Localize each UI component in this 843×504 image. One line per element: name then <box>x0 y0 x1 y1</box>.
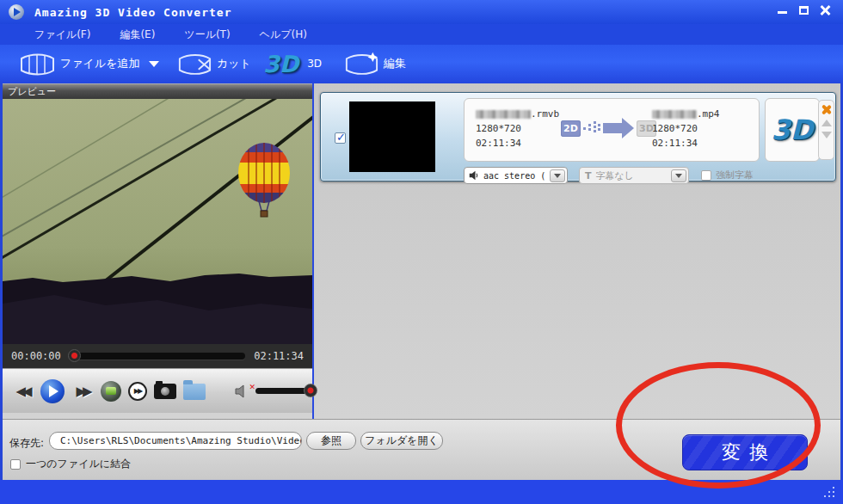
conversion-info-panel: .rmvb 1280*720 02:11:34 2D 3D .mp4 1280*… <box>464 98 760 162</box>
three-d-label: 3D <box>307 58 322 70</box>
file-item-checkbox[interactable] <box>335 132 346 144</box>
browse-label: 参照 <box>321 433 342 448</box>
maximize-icon[interactable] <box>798 5 809 15</box>
video-thumbnail <box>349 101 435 172</box>
play-button[interactable] <box>40 379 65 403</box>
audio-track-value: aac stereo ( <box>483 171 545 181</box>
window-border-left <box>0 83 3 480</box>
hot-air-balloon-image <box>237 142 293 224</box>
menu-file[interactable]: ファイル(F) <box>34 28 90 42</box>
audio-dropdown-arrow[interactable] <box>550 169 565 182</box>
seek-knob[interactable] <box>68 349 81 362</box>
add-files-label: ファイルを追加 <box>60 56 140 71</box>
convert-label: 変換 <box>713 439 777 465</box>
panel-divider <box>312 83 314 419</box>
status-strip <box>0 480 843 504</box>
resize-grip[interactable] <box>824 487 836 499</box>
step-forward-button[interactable]: ▶▶ <box>128 382 147 401</box>
source-resolution: 1280*720 <box>476 121 559 136</box>
2d-to-3d-indicator: 2D 3D <box>561 118 656 138</box>
target-duration: 02:11:34 <box>652 136 720 151</box>
cut-button[interactable]: カット <box>177 48 251 79</box>
open-folder-button[interactable]: フォルダを開く <box>360 432 443 450</box>
fast-forward-button[interactable]: ▶▶ <box>71 384 94 399</box>
edit-label: 編集 <box>384 56 406 71</box>
stop-button[interactable] <box>101 381 121 402</box>
target-ext: .mp4 <box>697 108 720 120</box>
menu-tools[interactable]: ツール(T) <box>184 28 230 42</box>
volume-slider[interactable] <box>255 388 312 394</box>
menu-edit[interactable]: 編集(E) <box>120 28 155 42</box>
menu-bar: ファイル(F) 編集(E) ツール(T) ヘルプ(H) <box>0 24 843 45</box>
time-current: 00:00:00 <box>3 350 70 362</box>
merge-label: 一つのファイルに結合 <box>26 457 131 471</box>
volume-knob[interactable] <box>304 384 317 397</box>
preview-header: プレビュー <box>3 83 312 99</box>
convert-arrow-icon <box>603 118 634 138</box>
file-item-row[interactable]: .rmvb 1280*720 02:11:34 2D 3D .mp4 1280*… <box>320 92 836 181</box>
item-3d-logo-icon: 3D <box>772 114 814 146</box>
merge-checkbox[interactable] <box>10 459 21 470</box>
playback-controls: ◀◀ ▶▶ ▶▶ <box>3 368 312 413</box>
subtitle-select[interactable]: T 字幕なし <box>579 167 689 184</box>
rewind-button[interactable]: ◀◀ <box>11 384 34 399</box>
target-filename-redacted <box>652 110 697 119</box>
source-file-info: .rmvb 1280*720 02:11:34 <box>476 107 559 151</box>
chevron-down-icon <box>554 174 561 178</box>
preview-timeline: 00:00:00 02:11:34 <box>3 344 312 368</box>
subtitle-dropdown-arrow[interactable] <box>671 169 686 182</box>
save-path-field[interactable]: C:\Users\RLS\Documents\Amazing Studio\Vi… <box>49 432 302 450</box>
preview-video-frame <box>3 99 312 344</box>
forced-subtitle-checkbox[interactable] <box>701 170 711 181</box>
snapshot-camera-button[interactable] <box>154 384 176 399</box>
app-window: Amazing 3D Video Converter ファイル(F) 編集(E)… <box>0 0 843 504</box>
browse-button[interactable]: 参照 <box>306 432 356 450</box>
merge-option: 一つのファイルに結合 <box>10 457 131 471</box>
snapshot-folder-button[interactable] <box>183 384 206 400</box>
window-title: Amazing 3D Video Converter <box>34 6 232 19</box>
move-down-icon[interactable] <box>821 132 832 138</box>
source-duration: 02:11:34 <box>476 136 559 151</box>
source-ext: .rmvb <box>531 108 559 120</box>
dots-trail-icon <box>583 121 600 135</box>
three-d-button[interactable]: 3D 3D <box>263 48 322 79</box>
mute-speaker-icon[interactable] <box>235 384 249 398</box>
item-3d-settings-button[interactable]: 3D <box>765 98 820 162</box>
time-total: 02:11:34 <box>245 350 312 362</box>
target-file-info: .mp4 1280*720 02:11:34 <box>652 107 720 151</box>
move-up-icon[interactable] <box>821 120 832 126</box>
convert-button[interactable]: 変換 <box>682 434 808 470</box>
remove-item-icon[interactable] <box>821 105 831 114</box>
source-filename-redacted <box>476 110 531 119</box>
minimize-icon[interactable] <box>777 5 788 15</box>
forced-subtitle-label: 強制字幕 <box>716 169 754 181</box>
edit-button[interactable]: 編集 <box>344 48 406 79</box>
subtitle-t-icon: T <box>585 170 592 181</box>
app-logo-icon <box>9 4 24 20</box>
preview-panel: プレビュー <box>3 83 312 415</box>
output-panel: 保存先: C:\Users\RLS\Documents\Amazing Stud… <box>3 419 840 480</box>
forced-subtitle-option: 強制字幕 <box>701 169 754 181</box>
title-bar: Amazing 3D Video Converter <box>0 0 843 24</box>
add-files-button[interactable]: ファイルを追加 <box>19 48 159 79</box>
speaker-icon <box>469 170 479 181</box>
chevron-down-icon <box>675 174 682 178</box>
badge-2d: 2D <box>561 120 581 137</box>
film-icon <box>19 51 55 77</box>
close-icon[interactable] <box>820 5 831 15</box>
open-folder-label: フォルダを開く <box>365 433 439 448</box>
target-resolution: 1280*720 <box>652 121 720 136</box>
chevron-down-icon <box>149 61 159 67</box>
menu-help[interactable]: ヘルプ(H) <box>260 28 307 42</box>
toolbar: ファイルを追加 カット 3D 3D 編集 プロフィール: 3D MP4 サイドバ… <box>0 45 843 83</box>
audio-track-select[interactable]: aac stereo ( <box>464 167 568 184</box>
seek-slider[interactable] <box>70 353 245 360</box>
cut-label: カット <box>217 56 251 71</box>
save-destination-label: 保存先: <box>9 436 44 451</box>
item-control-strip <box>818 100 834 160</box>
film-scissors-icon <box>177 51 212 77</box>
film-star-icon <box>344 51 378 77</box>
three-d-logo-icon: 3D <box>263 51 298 77</box>
subtitle-value: 字幕なし <box>596 169 671 182</box>
